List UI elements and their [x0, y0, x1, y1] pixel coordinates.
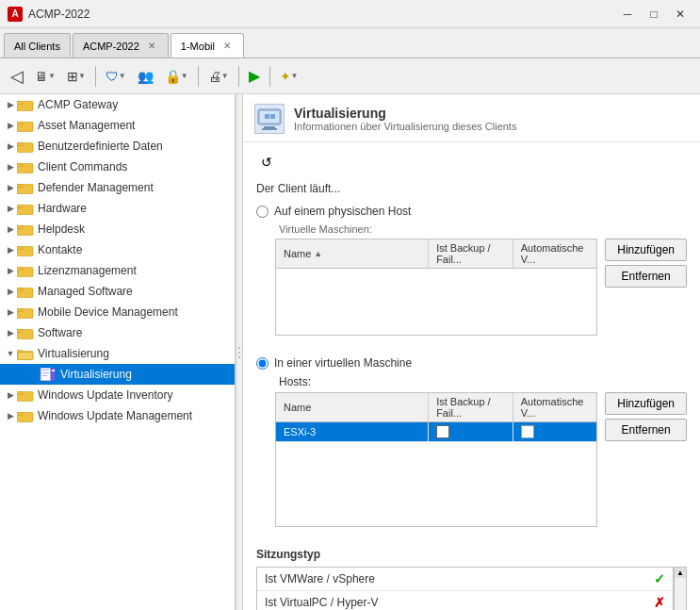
sidebar-item-asset-management[interactable]: ▶ Asset Management	[0, 115, 235, 136]
sidebar: ▶ ACMP Gateway ▶ Asset Management ▶ Benu…	[0, 94, 236, 610]
sidebar-item-windows-update-management[interactable]: ▶ Windows Update Management	[0, 405, 235, 426]
virtualisierung-icon	[256, 106, 283, 132]
play-button[interactable]: ▶	[244, 63, 265, 89]
toggle-arrow: ▶	[4, 266, 17, 275]
shield-button[interactable]: 🛡▼	[101, 65, 131, 88]
virtuelle-maschinen-table: Name ▲ Ist Backup / Fail... Automatische…	[275, 239, 597, 336]
hosts-empty-area	[276, 479, 596, 526]
folder-icon	[17, 140, 34, 153]
checkbox-automatische[interactable]	[521, 425, 534, 438]
sitzungstyp-name: Ist VMWare / vSphere	[265, 572, 654, 585]
pc-button[interactable]: 🖥▼	[30, 65, 60, 88]
hosts-col-ist-backup: Ist Backup / Fail...	[429, 393, 513, 421]
folder-icon	[17, 388, 34, 402]
radio-virtual[interactable]: In einer virtuellen Maschine	[256, 356, 687, 370]
sidebar-item-windows-update-inventory[interactable]: ▶ Windows Update Inventory	[0, 385, 235, 405]
content-body: ↺ Der Client läuft... Auf einem physisch…	[243, 142, 700, 610]
back-button[interactable]: ◁	[6, 62, 28, 91]
toggle-arrow: ▶	[4, 162, 17, 172]
hosts-cell-name: ESXi-3	[276, 422, 429, 441]
minimize-button[interactable]: ─	[615, 5, 640, 24]
lock-button[interactable]: 🔒▼	[160, 65, 193, 88]
svg-rect-36	[17, 413, 23, 416]
hosts-table-area: Name Ist Backup / Fail... Automatische V…	[262, 392, 687, 536]
content-header: Virtualisierung Informationen über Virtu…	[243, 94, 700, 142]
sidebar-item-managed-software[interactable]: ▶ Managed Software	[0, 281, 235, 302]
tab-all-clients[interactable]: All Clients	[4, 33, 71, 58]
sitzungstyp-row-vmware[interactable]: Ist VMWare / vSphere ✓	[257, 568, 673, 591]
sidebar-item-label: Mobile Device Management	[38, 305, 178, 319]
sidebar-item-client-commands[interactable]: ▶ Client Commands	[0, 157, 235, 177]
toolbar-sep-1	[95, 66, 96, 87]
tab-close-acmp-2022[interactable]: ✕	[145, 40, 158, 53]
sitzungstyp-name: Ist VirtualPC / Hyper-V	[265, 596, 654, 609]
star-button[interactable]: ✦▼	[275, 65, 303, 88]
radio-physical-input[interactable]	[256, 206, 269, 218]
radio-virtual-input[interactable]	[256, 357, 269, 370]
hosts-label: Hosts:	[279, 375, 687, 388]
sidebar-item-acmp-gateway[interactable]: ▶ ACMP Gateway	[0, 94, 235, 115]
sidebar-item-virtualisierung[interactable]: ▼ Virtualisierung	[0, 343, 235, 364]
splitter[interactable]	[236, 94, 243, 610]
sidebar-item-lizenzmanagement[interactable]: ▶ Lizenzmanagement	[0, 260, 235, 281]
virtuelle-maschinen-table-area: Name ▲ Ist Backup / Fail... Automatische…	[262, 239, 687, 345]
scroll-up-button[interactable]: ▲	[675, 568, 686, 578]
maximize-button[interactable]: □	[642, 5, 666, 24]
toggle-arrow: ▶	[4, 411, 17, 420]
folder-icon	[17, 243, 34, 256]
radio-physical[interactable]: Auf einem physischen Host	[256, 205, 687, 218]
close-button[interactable]: ✕	[668, 5, 692, 24]
svg-rect-11	[17, 206, 23, 208]
sidebar-item-software[interactable]: ▶ Software	[0, 322, 235, 343]
hosts-col-automatische: Automatische V...	[513, 393, 597, 421]
hosts-table-header: Name Ist Backup / Fail... Automatische V…	[276, 393, 596, 422]
printer-button[interactable]: 🖨▼	[203, 65, 234, 88]
content-area: Virtualisierung Informationen über Virtu…	[243, 94, 700, 610]
sidebar-item-defender-management[interactable]: ▶ Defender Management	[0, 177, 235, 198]
add-hosts-button[interactable]: Hinzufügen	[605, 392, 687, 415]
toggle-arrow: ▶	[4, 100, 17, 109]
svg-rect-17	[17, 268, 23, 271]
tab-1-mobil[interactable]: 1-Mobil ✕	[171, 33, 244, 58]
toggle-arrow: ▶	[4, 141, 17, 151]
sidebar-item-mobile-device-management[interactable]: ▶ Mobile Device Management	[0, 302, 235, 322]
sitzungstyp-scrollbar: ▲ ▼	[674, 567, 687, 610]
sidebar-item-kontakte[interactable]: ▶ Kontakte	[0, 239, 235, 260]
svg-rect-9	[17, 185, 23, 188]
sidebar-item-hardware[interactable]: ▶ Hardware	[0, 198, 235, 219]
sidebar-item-label: Defender Management	[38, 181, 154, 194]
sidebar-item-virtualisierung-sub[interactable]: Virtualisierung	[0, 364, 235, 385]
app-title: ACMP-2022	[28, 8, 615, 21]
tab-acmp-2022[interactable]: ACMP-2022 ✕	[73, 33, 169, 58]
hosts-buttons: Hinzufügen Entfernen	[605, 392, 687, 441]
sidebar-item-benutzerdefinierte-daten[interactable]: ▶ Benutzerdefinierte Daten	[0, 136, 235, 157]
check-green-icon: ✓	[654, 571, 665, 586]
sitzungstyp-table-wrapper: Ist VMWare / vSphere ✓ Ist VirtualPC / H…	[256, 567, 687, 610]
folder-open-icon	[17, 347, 34, 360]
folder-icon	[17, 409, 34, 422]
remove-hosts-button[interactable]: Entfernen	[605, 419, 687, 441]
sitzungstyp-row-virtualpc[interactable]: Ist VirtualPC / Hyper-V ✗	[257, 591, 673, 610]
add-virtuelle-button[interactable]: Hinzufügen	[605, 239, 687, 261]
sidebar-item-label: ACMP Gateway	[38, 98, 118, 111]
refresh-button[interactable]: ↺	[256, 152, 277, 173]
sidebar-item-label: Managed Software	[38, 285, 133, 298]
grid-button[interactable]: ⊞▼	[62, 65, 90, 88]
sort-arrow: ▲	[314, 249, 322, 258]
svg-rect-42	[270, 114, 275, 119]
checkbox-ist-backup[interactable]: ✓	[436, 425, 449, 438]
toolbar-sep-4	[269, 66, 270, 87]
hosts-row-esxi3[interactable]: ESXi-3 ✓	[276, 422, 596, 442]
sitzungstyp-table: Ist VMWare / vSphere ✓ Ist VirtualPC / H…	[256, 567, 674, 610]
remove-virtuelle-button[interactable]: Entfernen	[605, 265, 687, 288]
sidebar-item-helpdesk[interactable]: ▶ Helpdesk	[0, 219, 235, 239]
toggle-arrow: ▶	[4, 204, 17, 213]
content-title: Virtualisierung	[294, 106, 516, 121]
tab-close-1-mobil[interactable]: ✕	[220, 40, 234, 53]
page-icon	[40, 368, 57, 381]
folder-icon	[17, 305, 34, 319]
content-header-text: Virtualisierung Informationen über Virtu…	[294, 106, 516, 132]
title-bar: A ACMP-2022 ─ □ ✕	[0, 0, 700, 28]
check-red-icon: ✗	[654, 595, 665, 610]
agents-button[interactable]: 👥	[133, 65, 158, 88]
